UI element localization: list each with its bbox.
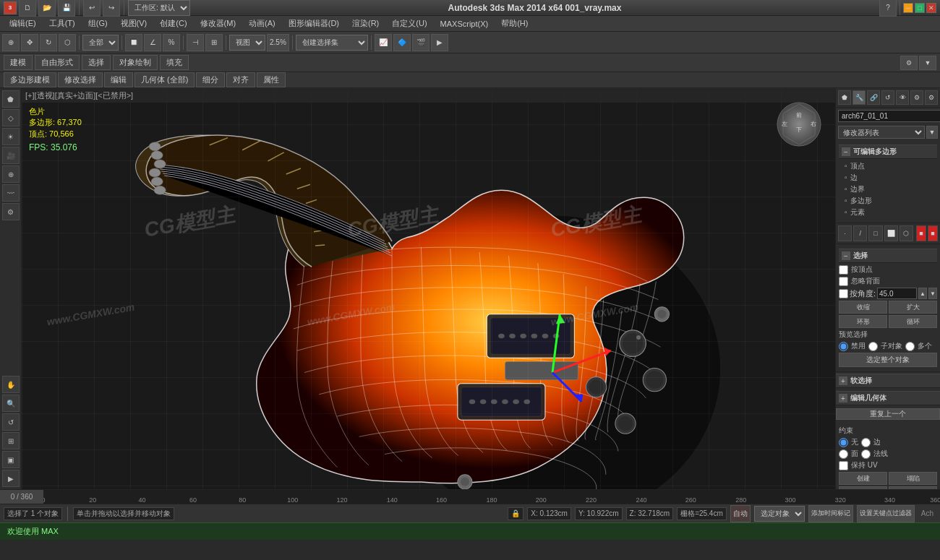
view-dropdown[interactable]: 视图 (229, 35, 265, 51)
tab-freeform[interactable]: 自由形式 (35, 55, 80, 70)
loop-btn[interactable]: 循环 (889, 315, 937, 328)
menu-customize[interactable]: 自定义(U) (386, 17, 432, 30)
helpers-btn[interactable]: ⊕ (2, 165, 20, 183)
viewport-nav-pan[interactable]: ✋ (2, 376, 20, 393)
subtab-modify-selection[interactable]: 修改选择 (58, 72, 103, 87)
snap-btn[interactable]: 🔲 (125, 34, 142, 51)
menu-view[interactable]: 视图(V) (115, 17, 153, 30)
save-btn[interactable]: 💾 (58, 0, 75, 17)
auto-key-btn[interactable]: 自动 (730, 505, 751, 522)
attach-btn[interactable]: 附加 (839, 486, 887, 489)
lights-btn[interactable]: ☀ (2, 128, 20, 145)
sel-vertex-icon[interactable]: · (838, 225, 852, 241)
lock-icon-btn[interactable]: 🔒 (508, 507, 524, 520)
collapse-btn[interactable]: 塌陷 (889, 472, 937, 485)
constraint-face-radio[interactable] (839, 449, 848, 459)
selection-header[interactable]: − 选择 (839, 249, 937, 263)
subtab-edit[interactable]: 编辑 (104, 72, 133, 87)
element-edge[interactable]: ▫边 (845, 172, 937, 184)
menu-modifiers[interactable]: 修改器(M) (195, 17, 242, 30)
tab-modeling[interactable]: 建模 (4, 55, 33, 70)
object-name-field[interactable] (838, 110, 940, 122)
tab-expand-btn[interactable]: ▼ (919, 56, 936, 70)
element-border[interactable]: ▫边界 (845, 184, 937, 195)
create-geometry-btn[interactable]: ⬟ (2, 90, 20, 108)
by-vertex-checkbox[interactable] (839, 265, 848, 275)
percentage-field[interactable]: 2.5% (267, 34, 289, 51)
ring-btn[interactable]: 环形 (839, 315, 887, 328)
create-panel-btn[interactable]: ⬟ (838, 90, 851, 105)
modifier-arrow-btn[interactable]: ▼ (926, 126, 938, 139)
create-btn[interactable]: 创建 (839, 472, 887, 485)
preserve-uv-checkbox[interactable] (839, 461, 848, 470)
systems-btn[interactable]: ⚙ (2, 203, 20, 220)
percent-snap-btn[interactable]: % (163, 34, 180, 51)
rp-gear-btn[interactable]: ⚙ (925, 90, 938, 105)
motion-btn[interactable]: ↺ (881, 90, 894, 105)
tab-selection[interactable]: 选择 (82, 55, 111, 70)
timeline-track[interactable]: 0 20 40 60 80 100 120 140 160 180 200 22… (43, 490, 940, 504)
menu-maxscript[interactable]: MAXScript(X) (435, 18, 495, 30)
subtab-subdivision[interactable]: 细分 (196, 72, 225, 87)
selection-mode-dropdown[interactable]: 选定对象 (754, 506, 805, 522)
viewport[interactable]: [+][透视][真实+边面][<已禁用>] 色片 多边形: 67,370 顶点:… (22, 88, 835, 489)
sel-poly-icon[interactable]: ⬜ (884, 225, 898, 241)
rotate-btn[interactable]: ↻ (40, 34, 57, 51)
angle-up-btn[interactable]: ▲ (918, 288, 927, 299)
selection-filter-dropdown[interactable]: 全部 (82, 35, 119, 51)
menu-create[interactable]: 创建(C) (154, 17, 192, 30)
mirror-btn[interactable]: ⊣ (187, 34, 204, 51)
sel-setting2[interactable]: ■ (928, 225, 938, 241)
angle-down-btn[interactable]: ▼ (928, 288, 937, 299)
angle-snap-btn[interactable]: ∠ (144, 34, 161, 51)
minimize-btn[interactable]: ─ (903, 3, 913, 13)
align-btn[interactable]: ⊞ (205, 34, 223, 51)
viewport-nav-maximize[interactable]: ▣ (2, 451, 20, 468)
navigation-cube[interactable]: 前 下 左 右 (770, 95, 828, 153)
constraint-normal-radio[interactable] (861, 449, 871, 459)
viewport-play-btn[interactable]: ▶ (2, 470, 20, 487)
help-btn[interactable]: ? (879, 0, 897, 17)
angle-checkbox[interactable] (839, 289, 848, 298)
viewport-nav-orbit[interactable]: ↺ (2, 413, 20, 431)
subtab-align[interactable]: 对齐 (226, 72, 255, 87)
menu-graph-editor[interactable]: 图形编辑器(D) (283, 17, 345, 30)
element-element[interactable]: ▫元素 (845, 207, 937, 218)
modify-panel-btn[interactable]: 🔧 (853, 90, 866, 105)
utilities-btn[interactable]: ⚙ (910, 90, 923, 105)
menu-tools[interactable]: 工具(T) (43, 17, 81, 30)
viewport-header[interactable]: [+][透视][真实+边面][<已禁用>] (22, 88, 835, 103)
material-editor-btn[interactable]: 🔷 (393, 34, 411, 51)
element-vertex[interactable]: ▫顶点 (845, 160, 937, 172)
tab-paint[interactable]: 对象绘制 (113, 55, 158, 70)
new-btn[interactable]: 🗋 (19, 0, 36, 17)
sel-border-icon[interactable]: □ (868, 225, 882, 241)
subtab-properties[interactable]: 属性 (257, 72, 286, 87)
grow-btn[interactable]: 扩大 (889, 301, 937, 314)
display-btn[interactable]: 👁 (896, 90, 909, 105)
app-icon-btn[interactable]: 3 (4, 1, 17, 14)
cameras-btn[interactable]: 🎥 (2, 147, 20, 164)
open-btn[interactable]: 📂 (38, 0, 56, 17)
editable-poly-header[interactable]: − 可编辑多边形 (839, 145, 937, 159)
select-all-btn[interactable]: 选定整个对象 (839, 353, 937, 367)
menu-help[interactable]: 帮助(H) (495, 17, 534, 30)
render-btn[interactable]: ▶ (431, 34, 448, 51)
viewport-nav-zoom[interactable]: 🔍 (2, 395, 20, 412)
redo-btn[interactable]: ↪ (103, 0, 120, 17)
tab-settings-btn[interactable]: ⚙ (900, 56, 918, 70)
modifier-list-dropdown[interactable]: 修改器列表 (838, 126, 925, 139)
element-polygon[interactable]: ▫多边形 (845, 195, 937, 207)
tab-populate[interactable]: 填充 (160, 55, 189, 70)
sel-expand[interactable]: − (842, 251, 850, 260)
graph-editor-btn[interactable]: 📈 (375, 34, 392, 51)
preview-multi-radio[interactable] (905, 342, 915, 351)
shrink-btn[interactable]: 收缩 (839, 301, 887, 314)
soft-sel-expand[interactable]: + (839, 376, 847, 385)
menu-animation[interactable]: 动画(A) (243, 17, 281, 30)
soft-select-header[interactable]: + 软选择 (836, 374, 940, 388)
menu-render[interactable]: 渲染(R) (346, 17, 385, 30)
preview-disabled-radio[interactable] (839, 342, 848, 351)
spacewarps-btn[interactable]: 〰 (2, 184, 20, 202)
move-btn[interactable]: ✥ (21, 34, 38, 51)
